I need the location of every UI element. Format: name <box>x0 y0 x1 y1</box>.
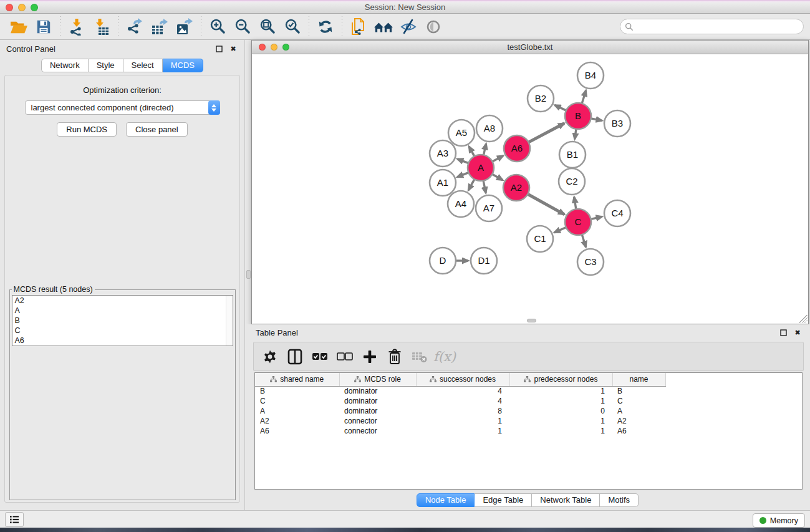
edge-A-A7[interactable] <box>483 181 486 193</box>
edge-B-B3[interactable] <box>591 118 602 120</box>
select-all-icon[interactable] <box>309 345 331 369</box>
cell-shared-name[interactable]: C <box>255 396 339 406</box>
node-B3[interactable]: B3 <box>604 110 630 137</box>
delete-icon[interactable] <box>383 345 406 369</box>
edge-C-C2[interactable] <box>574 197 576 210</box>
edge-C-C4[interactable] <box>591 216 602 219</box>
cell-shared-name[interactable]: A6 <box>255 426 339 436</box>
export-network-icon[interactable] <box>122 16 147 38</box>
export-image-icon[interactable] <box>172 16 197 38</box>
node-B4[interactable]: B4 <box>577 62 604 89</box>
cell-name[interactable]: A <box>612 406 665 416</box>
close-panel-icon[interactable]: ✖ <box>228 44 238 54</box>
tab-network[interactable]: Network <box>41 59 89 72</box>
cell-name[interactable]: C <box>612 396 665 406</box>
network-window-titlebar[interactable]: testGlobe.txt <box>252 41 808 54</box>
edge-C-C1[interactable] <box>554 227 566 232</box>
export-table-icon[interactable] <box>147 16 172 38</box>
import-network-icon[interactable] <box>64 16 89 38</box>
mcds-result-list[interactable]: A2ABCA6 <box>12 295 233 346</box>
refresh-icon[interactable] <box>313 16 338 38</box>
mcds-list-scrollbar[interactable] <box>226 296 233 346</box>
criterion-dropdown[interactable]: largest connected component (directed) <box>25 100 220 115</box>
cell-predecessor-nodes[interactable]: 1 <box>509 426 612 436</box>
tab-mcds[interactable]: MCDS <box>163 59 203 72</box>
cell-name[interactable]: A2 <box>612 416 665 426</box>
edge-B-B1[interactable] <box>575 129 576 139</box>
node-D[interactable]: D <box>430 248 456 274</box>
mcds-result-item[interactable]: B <box>12 316 233 326</box>
table-row[interactable]: Adominator80A <box>255 406 802 416</box>
edge-A-A3[interactable] <box>457 159 468 163</box>
node-C[interactable]: C <box>565 209 591 235</box>
add-icon[interactable] <box>359 345 381 369</box>
memory-button[interactable]: Memory <box>753 513 805 528</box>
gear-icon[interactable] <box>259 345 281 369</box>
open-file-icon[interactable] <box>6 16 31 38</box>
search-input[interactable] <box>634 21 803 33</box>
close-panel-button[interactable]: Close panel <box>126 122 188 137</box>
cell-predecessor-nodes[interactable]: 1 <box>509 386 612 396</box>
zoom-in-icon[interactable] <box>205 16 230 38</box>
tab-network-table[interactable]: Network Table <box>532 493 600 507</box>
column-header-predecessor-nodes[interactable]: predecessor nodes <box>509 373 612 386</box>
table-row[interactable]: A2connector11A2 <box>255 416 802 426</box>
tab-style[interactable]: Style <box>89 59 123 72</box>
node-A7[interactable]: A7 <box>476 195 502 221</box>
tab-node-table[interactable]: Node Table <box>417 493 475 507</box>
table-row[interactable]: A6connector11A6 <box>255 426 802 436</box>
edge-A-A8[interactable] <box>484 143 486 155</box>
table-float-panel-icon[interactable] <box>778 328 788 338</box>
cell-MCDS-role[interactable]: dominator <box>339 396 416 406</box>
edge-A-A6[interactable] <box>493 156 503 162</box>
cell-MCDS-role[interactable]: dominator <box>339 406 416 416</box>
resize-grip[interactable] <box>799 315 808 323</box>
cell-MCDS-role[interactable]: connector <box>339 416 416 426</box>
columns-icon[interactable] <box>284 345 306 369</box>
node-A1[interactable]: A1 <box>430 170 456 196</box>
cell-name[interactable]: B <box>612 386 665 396</box>
zoom-selected-icon[interactable] <box>280 16 305 38</box>
cell-MCDS-role[interactable]: dominator <box>339 386 416 396</box>
horizontal-scrollbar-thumb[interactable] <box>527 319 536 322</box>
node-B[interactable]: B <box>565 103 591 129</box>
column-header-shared-name[interactable]: shared name <box>255 373 339 386</box>
table-row[interactable]: Bdominator41B <box>255 386 802 396</box>
node-C4[interactable]: C4 <box>604 200 630 226</box>
column-header-successor-nodes[interactable]: successor nodes <box>416 373 509 386</box>
cell-successor-nodes[interactable]: 1 <box>416 416 509 426</box>
node-D1[interactable]: D1 <box>471 248 497 274</box>
mcds-result-item[interactable]: A <box>12 306 233 316</box>
cell-successor-nodes[interactable]: 1 <box>416 426 509 436</box>
cell-shared-name[interactable]: A2 <box>255 416 339 426</box>
node-A8[interactable]: A8 <box>476 115 503 142</box>
cell-successor-nodes[interactable]: 4 <box>416 386 509 396</box>
cell-predecessor-nodes[interactable]: 0 <box>509 406 612 416</box>
mcds-result-item[interactable]: C <box>12 326 233 336</box>
save-icon[interactable] <box>31 16 56 38</box>
node-A3[interactable]: A3 <box>430 140 456 167</box>
mcds-result-item[interactable]: A2 <box>12 296 233 306</box>
cell-successor-nodes[interactable]: 4 <box>416 396 509 406</box>
node-A[interactable]: A <box>468 155 494 181</box>
home-icon[interactable] <box>371 16 396 38</box>
zoom-out-icon[interactable] <box>230 16 255 38</box>
edge-A-A4[interactable] <box>468 179 475 190</box>
cell-shared-name[interactable]: B <box>255 386 339 396</box>
node-C3[interactable]: C3 <box>577 249 604 275</box>
mcds-result-item[interactable]: A6 <box>12 336 233 346</box>
column-header-name[interactable]: name <box>612 373 665 386</box>
tab-motifs[interactable]: Motifs <box>600 493 639 507</box>
node-A5[interactable]: A5 <box>448 120 475 146</box>
node-C1[interactable]: C1 <box>527 226 553 252</box>
cell-predecessor-nodes[interactable]: 1 <box>509 416 612 426</box>
task-history-button[interactable] <box>5 512 24 527</box>
node-A4[interactable]: A4 <box>448 191 474 217</box>
edge-B-B2[interactable] <box>555 105 566 111</box>
edge-A-A5[interactable] <box>469 147 475 157</box>
float-panel-icon[interactable] <box>214 44 224 54</box>
cell-MCDS-role[interactable]: connector <box>339 426 416 436</box>
show-eye-icon[interactable] <box>421 16 446 38</box>
table-close-panel-icon[interactable]: ✖ <box>793 328 803 338</box>
node-A6[interactable]: A6 <box>504 135 530 162</box>
